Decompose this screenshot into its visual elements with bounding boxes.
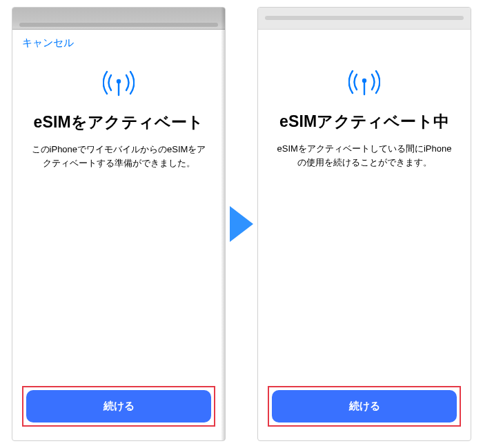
bottom-bar: 続ける [258, 379, 471, 440]
bottom-bar: 続ける [12, 379, 225, 440]
nav-bar [258, 30, 471, 49]
arrow-right-icon [228, 202, 255, 246]
status-bar [258, 8, 471, 30]
page-description: このiPhoneでワイモバイルからのeSIMをアクティベートする準備ができました… [25, 143, 213, 170]
cellular-signal-icon [103, 69, 135, 99]
status-bar [12, 8, 225, 30]
highlight-frame: 続ける [268, 386, 461, 427]
highlight-frame: 続ける [22, 386, 215, 427]
svg-marker-2 [230, 206, 253, 242]
nav-bar: キャンセル [12, 30, 225, 50]
continue-button[interactable]: 続ける [272, 390, 457, 422]
cancel-button[interactable]: キャンセル [22, 37, 74, 50]
content-area: eSIMをアクティベート このiPhoneでワイモバイルからのeSIMをアクティ… [12, 50, 225, 379]
cellular-signal-icon [348, 68, 380, 99]
continue-button[interactable]: 続ける [26, 390, 211, 422]
screen-left: キャンセル eSIMをアクティベート このiPhoneでワイモバイルからのeSI… [12, 7, 226, 441]
content-area: eSIMアクティベート中 eSIMをアクティベートしている間にiPhoneの使用… [258, 49, 471, 379]
page-title: eSIMをアクティベート [33, 112, 204, 133]
page-description: eSIMをアクティベートしている間にiPhoneの使用を続けることができます。 [270, 142, 458, 169]
screen-right: eSIMアクティベート中 eSIMをアクティベートしている間にiPhoneの使用… [257, 7, 471, 441]
page-title: eSIMアクティベート中 [279, 111, 449, 132]
